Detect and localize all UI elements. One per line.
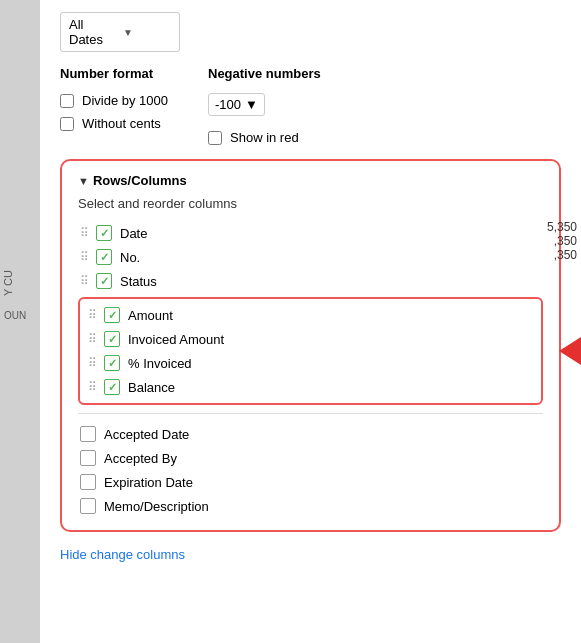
expiration-date-label: Expiration Date [104,475,193,490]
balance-label: Balance [128,380,175,395]
no-checkbox[interactable]: ✓ [96,249,112,265]
show-in-red-checkbox[interactable] [208,131,222,145]
expiration-date-checkbox[interactable] [80,474,96,490]
date-checkbox[interactable]: ✓ [96,225,112,241]
divider [78,413,543,414]
accepted-by-label: Accepted By [104,451,177,466]
rows-columns-section: ▼ Rows/Columns Select and reorder column… [60,159,561,532]
negative-value: -100 [215,97,241,112]
column-date: ⠿ ✓ Date [78,221,543,245]
amount-checkbox[interactable]: ✓ [104,307,120,323]
divide-by-1000-checkbox[interactable] [60,94,74,108]
drag-handle-icon[interactable]: ⠿ [80,250,88,264]
percent-invoiced-label: % Invoiced [128,356,192,371]
red-arrow-icon [559,332,581,370]
drag-handle-icon[interactable]: ⠿ [88,308,96,322]
negative-dropdown-row: -100 ▼ [208,93,321,116]
section-title: ▼ Rows/Columns [78,173,543,188]
section-title-label: Rows/Columns [93,173,187,188]
left-sidebar [0,0,40,643]
show-in-red-label: Show in red [230,130,299,145]
drag-handle-icon[interactable]: ⠿ [88,332,96,346]
invoiced-amount-checkbox[interactable]: ✓ [104,331,120,347]
date-select-value: All Dates [69,17,117,47]
column-memo: Memo/Description [78,494,543,518]
amount-label: Amount [128,308,173,323]
side-oun-label: OUN [4,310,26,321]
date-select[interactable]: All Dates ▼ [60,12,180,52]
balance-checkbox[interactable]: ✓ [104,379,120,395]
column-no: ⠿ ✓ No. [78,245,543,269]
collapse-arrow-icon[interactable]: ▼ [78,175,89,187]
invoiced-amount-label: Invoiced Amount [128,332,224,347]
table-value-2: ,350 [547,234,577,248]
column-percent-invoiced: ⠿ ✓ % Invoiced [86,351,535,375]
status-checkbox[interactable]: ✓ [96,273,112,289]
table-peek: 5,350 ,350 ,350 [547,220,581,262]
neg-chevron-icon: ▼ [245,97,258,112]
red-arrow-container [559,332,581,370]
drag-handle-icon[interactable]: ⠿ [88,356,96,370]
column-status: ⠿ ✓ Status [78,269,543,293]
percent-invoiced-checkbox[interactable]: ✓ [104,355,120,371]
accepted-by-checkbox[interactable] [80,450,96,466]
without-cents-checkbox[interactable] [60,117,74,131]
table-value-1: 5,350 [547,220,577,234]
negative-value-select[interactable]: -100 ▼ [208,93,265,116]
date-label: Date [120,226,147,241]
without-cents-label: Without cents [82,116,161,131]
negative-numbers-label: Negative numbers [208,66,321,81]
column-balance: ⠿ ✓ Balance [86,375,535,399]
svg-marker-0 [559,332,581,370]
number-format-col: Number format Divide by 1000 Without cen… [60,66,168,131]
date-row: All Dates ▼ [60,12,561,52]
negative-numbers-col: Negative numbers -100 ▼ Show in red [208,66,321,145]
side-label: Y CU [2,270,14,296]
divide-by-1000-label: Divide by 1000 [82,93,168,108]
column-accepted-date: Accepted Date [78,422,543,446]
column-amount: ⠿ ✓ Amount [86,303,535,327]
highlighted-columns-group: ⠿ ✓ Amount ⠿ ✓ Invoiced Amount ⠿ ✓ % Inv… [78,297,543,405]
status-label: Status [120,274,157,289]
without-cents-row: Without cents [60,116,168,131]
section-subtitle: Select and reorder columns [78,196,543,211]
main-panel: All Dates ▼ Number format Divide by 1000… [40,0,581,643]
chevron-down-icon: ▼ [123,27,171,38]
hide-change-columns-link[interactable]: Hide change columns [60,547,185,562]
drag-handle-icon[interactable]: ⠿ [80,226,88,240]
table-value-3: ,350 [547,248,577,262]
accepted-date-checkbox[interactable] [80,426,96,442]
column-invoiced-amount: ⠿ ✓ Invoiced Amount [86,327,535,351]
show-in-red-row: Show in red [208,130,321,145]
no-label: No. [120,250,140,265]
memo-checkbox[interactable] [80,498,96,514]
column-expiration-date: Expiration Date [78,470,543,494]
memo-label: Memo/Description [104,499,209,514]
accepted-date-label: Accepted Date [104,427,189,442]
number-format-label: Number format [60,66,168,81]
format-row: Number format Divide by 1000 Without cen… [60,66,561,145]
drag-handle-icon[interactable]: ⠿ [80,274,88,288]
column-accepted-by: Accepted By [78,446,543,470]
divide-by-1000-row: Divide by 1000 [60,93,168,108]
drag-handle-icon[interactable]: ⠿ [88,380,96,394]
